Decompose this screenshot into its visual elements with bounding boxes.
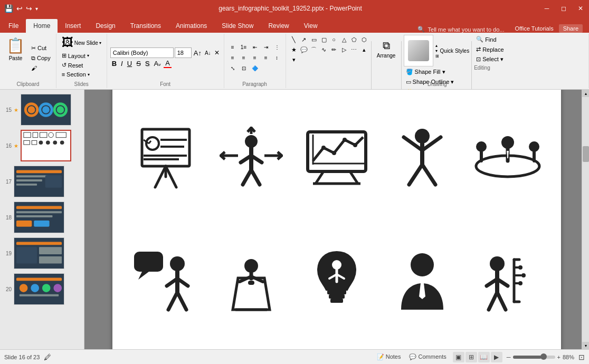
shape-rect[interactable]: ▭ — [309, 35, 319, 44]
zoom-out-button[interactable]: ─ — [507, 354, 511, 360]
slide-item-20[interactable]: 20 — [0, 271, 84, 307]
shape-star[interactable]: ★ — [289, 45, 299, 54]
line-spacing-button[interactable]: ↕ — [272, 53, 282, 63]
tab-review[interactable]: Review — [261, 19, 296, 33]
quick-styles-box[interactable] — [404, 35, 433, 66]
reset-button[interactable]: ↺ Reset — [60, 61, 86, 70]
italic-button[interactable]: I — [119, 60, 125, 68]
scroll-track[interactable] — [582, 97, 589, 342]
tab-file[interactable]: File — [1, 19, 26, 33]
fit-to-window-button[interactable]: ⊡ — [578, 353, 585, 361]
text-direction-button[interactable]: ⤡ — [227, 64, 238, 73]
restore-button[interactable]: ◻ — [559, 4, 568, 13]
slide-item-15[interactable]: 15 ★ — [0, 92, 84, 128]
font-size-input[interactable]: 18 — [175, 47, 192, 58]
shape-action[interactable]: ▷ — [339, 45, 349, 54]
scroll-thumb[interactable] — [583, 146, 589, 162]
normal-view-button[interactable]: ▣ — [453, 352, 464, 362]
shape-circle[interactable]: ○ — [329, 35, 339, 44]
font-color-button[interactable]: A — [164, 59, 172, 68]
slide-item-18[interactable]: 18 — [0, 199, 84, 235]
zoom-in-button[interactable]: + — [557, 354, 560, 360]
slide-item-16[interactable]: 16 ★ — [0, 128, 84, 164]
search-box[interactable]: Tell me what you want to do... — [428, 26, 505, 33]
tab-transitions[interactable]: Transitions — [123, 19, 168, 33]
font-name-dropdown[interactable]: Calibri (Body) — [110, 47, 174, 58]
shape-dn[interactable]: ▾ — [289, 55, 299, 64]
align-center-button[interactable]: ≡ — [239, 53, 249, 63]
align-right-button[interactable]: ≡ — [250, 53, 260, 63]
minimize-button[interactable]: ─ — [543, 4, 551, 13]
quick-styles-expand[interactable]: ⊞ — [435, 54, 439, 59]
layout-button[interactable]: ⊞ Layout ▾ — [60, 51, 91, 60]
redo-icon[interactable]: ↪ — [26, 4, 32, 13]
paste-button[interactable]: 📋 Paste — [3, 35, 28, 81]
clear-format-button[interactable]: ✕ — [213, 49, 221, 56]
shape-connector[interactable]: ⌒ — [309, 45, 319, 54]
shape-arrow[interactable]: ↗ — [299, 35, 309, 44]
numbering-button[interactable]: 1≡ — [239, 43, 249, 52]
zoom-slider[interactable] — [513, 356, 555, 359]
replace-button[interactable]: ⇄ Replace — [474, 45, 506, 54]
smartart-button[interactable]: 🔷 — [250, 64, 260, 73]
decrease-indent-button[interactable]: ⇤ — [250, 43, 260, 52]
underline-button[interactable]: U — [126, 60, 134, 68]
bullets-button[interactable]: ≡ — [227, 43, 238, 52]
scroll-down-button[interactable]: ▾ — [582, 342, 589, 349]
slide-sorter-button[interactable]: ⊞ — [466, 352, 477, 362]
shape-fill-button[interactable]: 🪣 Shape Fill ▾ — [404, 68, 448, 76]
arrange-button[interactable]: ⧉ Arrange — [374, 35, 399, 63]
slideshow-button[interactable]: ▶ — [491, 352, 502, 362]
shadow-button[interactable]: S — [144, 60, 151, 68]
tab-insert[interactable]: Insert — [58, 19, 88, 33]
tab-view[interactable]: View — [297, 19, 325, 33]
notes-edit-icon[interactable]: 🖉 — [44, 353, 51, 361]
increase-indent-button[interactable]: ⇥ — [261, 43, 271, 52]
find-button[interactable]: 🔍 Find — [474, 35, 498, 44]
format-painter-button[interactable]: 🖌 — [29, 64, 53, 72]
slide-item-17[interactable]: 17 — [0, 164, 84, 199]
zoom-thumb[interactable] — [540, 353, 547, 360]
notes-button[interactable]: 📝 Notes — [375, 352, 403, 361]
undo-icon[interactable]: ↩ — [16, 4, 23, 13]
shape-hexagon[interactable]: ⬡ — [359, 35, 369, 44]
section-button[interactable]: ≡ Section ▾ — [60, 70, 92, 79]
tab-home[interactable]: Home — [26, 19, 58, 33]
tab-design[interactable]: Design — [88, 19, 122, 33]
shape-pentagon[interactable]: ⬠ — [349, 35, 359, 44]
char-spacing-button[interactable]: Aᵥ — [152, 60, 163, 68]
shape-curve[interactable]: ∿ — [319, 45, 329, 54]
scroll-up-button[interactable]: ▴ — [582, 90, 589, 97]
shape-freeform[interactable]: ✏ — [329, 45, 339, 54]
slide-item-19[interactable]: 19 — [0, 235, 84, 271]
tab-slideshow[interactable]: Slide Show — [214, 19, 261, 33]
strikethrough-button[interactable]: S — [135, 60, 142, 68]
select-button[interactable]: ⊡ Select ▾ — [474, 55, 506, 64]
justify-button[interactable]: ≡ — [261, 53, 271, 63]
new-slide-button[interactable]: 🖼 New Slide ▾ — [60, 35, 103, 51]
share-button[interactable]: Share — [559, 24, 583, 33]
shape-up[interactable]: ▴ — [359, 45, 369, 54]
close-button[interactable]: ✕ — [576, 4, 585, 13]
save-icon[interactable]: 💾 — [4, 4, 13, 13]
shape-line[interactable]: ╲ — [289, 35, 299, 44]
quick-styles-dn[interactable]: ▾ — [435, 49, 439, 53]
bold-button[interactable]: B — [110, 60, 118, 68]
align-text-button[interactable]: ⊡ — [239, 64, 249, 73]
align-left-button[interactable]: ≡ — [227, 53, 238, 63]
cut-button[interactable]: ✂ Cut — [29, 44, 53, 53]
shape-rounded-rect[interactable]: ▢ — [319, 35, 329, 44]
shape-triangle[interactable]: △ — [339, 35, 349, 44]
decrease-font-button[interactable]: A↓ — [204, 50, 212, 56]
shape-callout[interactable]: 💬 — [299, 45, 309, 54]
reading-view-button[interactable]: 📖 — [478, 352, 490, 362]
comments-button[interactable]: 💬 Comments — [407, 352, 448, 361]
new-slide-dropdown[interactable]: ▾ — [99, 41, 101, 45]
shape-more[interactable]: ⋯ — [349, 45, 359, 54]
quick-styles-up[interactable]: ▴ — [435, 43, 439, 48]
increase-font-button[interactable]: A↑ — [193, 49, 203, 57]
columns-button[interactable]: ⋮ — [272, 43, 282, 52]
office-tutorials-link[interactable]: Office Tutorials — [515, 25, 553, 32]
tab-animations[interactable]: Animations — [168, 19, 214, 33]
copy-button[interactable]: ⧉ Copy — [29, 54, 53, 63]
